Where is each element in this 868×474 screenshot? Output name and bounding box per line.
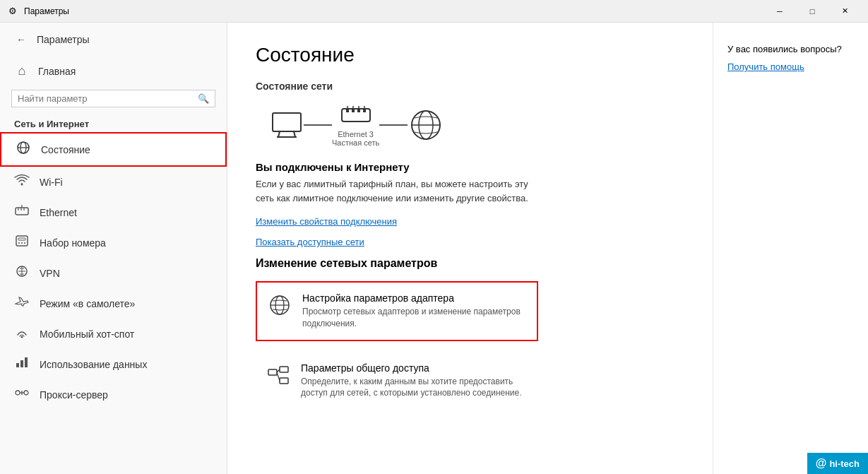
home-icon: ⌂ xyxy=(14,64,30,78)
search-icon[interactable]: 🔍 xyxy=(198,93,209,104)
sidebar-item-hotspot[interactable]: Мобильный хот-спот xyxy=(0,319,227,349)
svg-point-14 xyxy=(21,336,23,338)
net-line-1 xyxy=(304,124,332,126)
dialup-icon xyxy=(14,235,30,251)
svg-line-24 xyxy=(294,131,295,137)
net-line-2 xyxy=(379,124,408,126)
sidebar-item-vpn-label: VPN xyxy=(40,268,60,279)
svg-rect-4 xyxy=(16,208,28,215)
app-icon: ⚙ xyxy=(7,6,18,17)
sidebar-item-data-usage[interactable]: Использование данных xyxy=(0,349,227,379)
svg-rect-15 xyxy=(16,363,19,367)
main-layout: ← Параметры ⌂ Главная 🔍 Сеть и Интернет … xyxy=(0,23,868,474)
svg-line-45 xyxy=(277,372,280,381)
page-title: Состояние xyxy=(256,44,684,66)
sidebar-item-ethernet[interactable]: Ethernet xyxy=(0,197,227,227)
data-usage-icon xyxy=(14,356,30,372)
sidebar-item-proxy-label: Прокси-сервер xyxy=(40,389,108,401)
change-section-title: Изменение сетевых параметров xyxy=(256,257,684,270)
sidebar-app-title: Параметры xyxy=(37,34,90,45)
content-area: Состояние Состояние сети xyxy=(227,23,713,474)
sidebar-item-wifi-label: Wi-Fi xyxy=(40,177,63,188)
title-bar: ⚙ Параметры ─ □ ✕ xyxy=(0,0,868,23)
close-button[interactable]: ✕ xyxy=(828,0,861,23)
network-diagram: Ethernet 3 Частная сеть xyxy=(256,103,684,147)
sidebar-item-airplane[interactable]: Режим «в самолете» xyxy=(0,288,227,319)
sidebar-item-status[interactable]: Состояние xyxy=(0,132,227,167)
svg-point-3 xyxy=(21,184,23,186)
sidebar-item-data-usage-label: Использование данных xyxy=(40,359,147,370)
svg-rect-33 xyxy=(357,109,360,112)
network-status-label: Состояние сети xyxy=(256,81,684,92)
adapter-card-title: Настройка параметров адаптера xyxy=(302,292,525,304)
svg-point-18 xyxy=(16,391,20,395)
svg-point-19 xyxy=(24,391,28,395)
globe-icon-group xyxy=(408,107,444,143)
link-change-properties[interactable]: Изменить свойства подключения xyxy=(256,216,684,227)
watermark: @ hi-tech xyxy=(807,453,868,474)
globe-svg xyxy=(408,107,444,143)
svg-rect-17 xyxy=(25,357,28,367)
sidebar-item-wifi[interactable]: Wi-Fi xyxy=(0,167,227,197)
sidebar-home-label: Главная xyxy=(38,66,76,77)
sharing-card-text: Параметры общего доступа Определите, к к… xyxy=(301,362,527,400)
proxy-icon xyxy=(14,386,30,403)
minimize-button[interactable]: ─ xyxy=(763,0,796,23)
svg-rect-16 xyxy=(20,360,23,367)
airplane-icon xyxy=(14,295,30,312)
svg-rect-42 xyxy=(280,367,288,372)
svg-rect-31 xyxy=(346,109,349,112)
adapter-card[interactable]: Настройка параметров адаптера Просмотр с… xyxy=(256,281,538,341)
sidebar-item-ethernet-label: Ethernet xyxy=(40,207,77,218)
adapter-icon xyxy=(268,294,291,321)
computer-icon-group xyxy=(270,110,304,140)
sidebar-section-label: Сеть и Интернет xyxy=(0,114,227,132)
watermark-text: hi-tech xyxy=(829,458,860,469)
watermark-at: @ xyxy=(816,457,827,470)
sidebar-item-dialup-label: Набор номера xyxy=(40,237,106,249)
sidebar-item-hotspot-label: Мобильный хот-спот xyxy=(40,328,134,340)
status-icon xyxy=(16,141,31,158)
sidebar-nav-top: ← Параметры xyxy=(0,23,227,57)
computer-svg xyxy=(270,110,304,140)
sidebar-item-dialup[interactable]: Набор номера xyxy=(0,227,227,258)
ethernet-icon xyxy=(14,204,30,220)
right-panel-title: У вас появились вопросы? xyxy=(727,44,854,54)
wifi-icon xyxy=(14,174,30,190)
connected-desc: Если у вас лимитный тарифный план, вы мо… xyxy=(256,177,538,205)
right-panel: У вас появились вопросы? Получить помощь xyxy=(713,23,868,474)
switch-label: Ethernet 3 Частная сеть xyxy=(332,130,379,147)
back-button[interactable]: ← xyxy=(11,30,31,49)
sidebar-item-proxy[interactable]: Прокси-сервер xyxy=(0,379,227,410)
svg-rect-10 xyxy=(18,238,25,240)
window-controls: ─ □ ✕ xyxy=(763,0,861,23)
switch-svg xyxy=(340,103,371,129)
sidebar-item-vpn[interactable]: VPN xyxy=(0,258,227,288)
connected-title: Вы подключены к Интернету xyxy=(256,161,684,173)
sharing-card-desc: Определите, к каким данным вы хотите пре… xyxy=(301,376,527,400)
adapter-card-text: Настройка параметров адаптера Просмотр с… xyxy=(302,292,525,330)
svg-rect-41 xyxy=(268,369,277,375)
sharing-card-title: Параметры общего доступа xyxy=(301,362,527,374)
sharing-card[interactable]: Параметры общего доступа Определите, к к… xyxy=(256,352,538,410)
sidebar-item-home[interactable]: ⌂ Главная xyxy=(0,57,227,85)
hotspot-icon xyxy=(14,326,30,342)
svg-point-12 xyxy=(21,242,23,244)
svg-rect-32 xyxy=(352,109,355,112)
link-available-networks[interactable]: Показать доступные сети xyxy=(256,237,684,247)
svg-rect-9 xyxy=(16,236,28,246)
svg-rect-34 xyxy=(363,109,366,112)
sharing-icon xyxy=(267,364,290,391)
search-box[interactable]: 🔍 xyxy=(11,90,215,107)
svg-rect-43 xyxy=(280,378,288,384)
get-help-link[interactable]: Получить помощь xyxy=(727,61,854,72)
sidebar-item-status-label: Состояние xyxy=(41,144,90,155)
maximize-button[interactable]: □ xyxy=(796,0,828,23)
vpn-icon xyxy=(14,265,30,281)
search-input[interactable] xyxy=(18,93,194,104)
sidebar-item-airplane-label: Режим «в самолете» xyxy=(40,298,135,309)
svg-rect-22 xyxy=(273,113,301,131)
switch-icon-group: Ethernet 3 Частная сеть xyxy=(332,103,379,147)
svg-point-13 xyxy=(24,242,25,244)
adapter-card-desc: Просмотр сетевых адаптеров и изменение п… xyxy=(302,306,525,330)
